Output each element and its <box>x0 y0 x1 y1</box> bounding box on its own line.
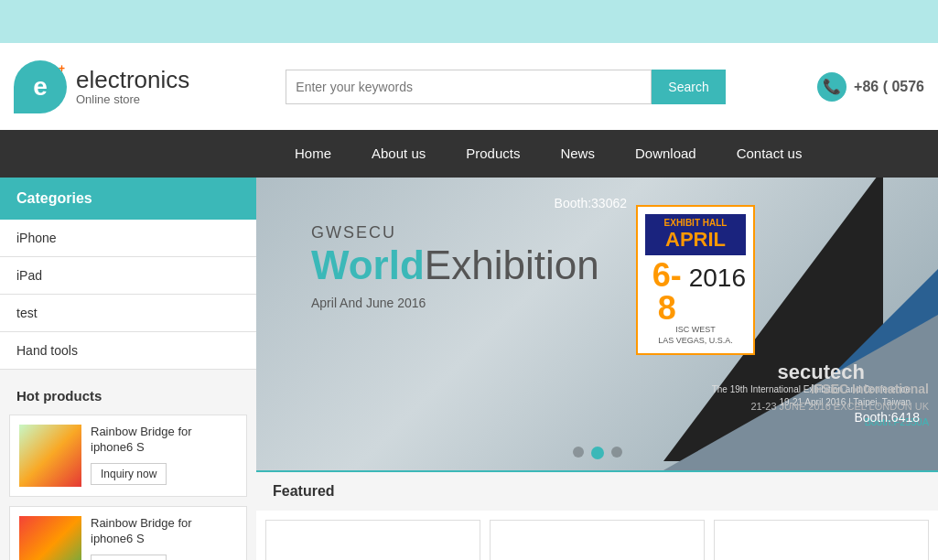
nav-contact[interactable]: Contact us <box>717 130 823 178</box>
sidebar-item-iphone[interactable]: iPhone <box>0 220 256 257</box>
featured-product-3 <box>714 520 929 560</box>
top-bar <box>0 0 938 43</box>
banner-background: GWSECU World Exhibition April And June 2… <box>256 178 938 470</box>
featured-grid <box>256 511 938 560</box>
nav-download[interactable]: Download <box>615 130 717 178</box>
featured-title: Featured <box>273 483 335 499</box>
featured-product-2 <box>490 520 705 560</box>
banner-world-label: World <box>311 242 425 288</box>
phone-icon: 📞 <box>817 72 846 102</box>
featured-bar: Featured <box>256 470 938 511</box>
slider-dots <box>573 447 622 459</box>
main-nav: Home About us Products News Download Con… <box>0 130 938 178</box>
product-info: Rainbow Bridge for iphone6 S Inquiry now <box>91 425 237 485</box>
main-content: GWSECU World Exhibition April And June 2… <box>256 178 938 560</box>
header: e electronics Online store Search 📞 +86 … <box>0 43 938 130</box>
search-area: Search <box>270 70 741 104</box>
nav-home[interactable]: Home <box>275 130 351 178</box>
nav-about[interactable]: About us <box>351 130 446 178</box>
product-thumbnail <box>19 516 81 560</box>
april-label: APRIL <box>652 228 739 252</box>
isc-year: 2016 <box>689 264 746 293</box>
list-item: Rainbow Bridge for iphone6 S Inquiry now <box>9 506 247 560</box>
logo-letter: e <box>33 72 48 102</box>
sidebar-item-test[interactable]: test <box>0 295 256 332</box>
slider-dot-1[interactable] <box>573 447 584 458</box>
categories-header: Categories <box>0 178 256 220</box>
brand-name: electronics <box>76 67 189 93</box>
banner-gwsecu: GWSECU <box>311 223 599 242</box>
isc-date: 6-8 <box>645 259 689 325</box>
logo-text: electronics Online store <box>76 67 189 107</box>
ifsec-label: IFSEC International <box>750 380 929 399</box>
slider-dot-2[interactable] <box>591 447 604 459</box>
isc-box: EXHIBIT HALL APRIL 6-8 2016 ISC WEST LAS… <box>636 205 755 355</box>
banner-exhibition-label: Exhibition <box>425 242 599 288</box>
booth-33062-label: Booth:33062 <box>555 196 627 210</box>
phone-area: 📞 +86 ( 0576 <box>741 72 924 102</box>
product-thumbnail <box>19 425 81 487</box>
banner-text-area: GWSECU World Exhibition April And June 2… <box>311 223 599 310</box>
logo-area: e electronics Online store <box>14 60 270 113</box>
nav-news[interactable]: News <box>540 130 615 178</box>
list-item: Rainbow Bridge for iphone6 S Inquiry now <box>9 415 247 497</box>
logo-icon: e <box>14 60 67 113</box>
phone-number: +86 ( 0576 <box>854 79 924 95</box>
inquiry-button[interactable]: Inquiry now <box>91 463 167 485</box>
main-layout: Categories iPhone iPad test Hand tools H… <box>0 178 938 560</box>
slider-dot-3[interactable] <box>611 447 622 458</box>
nav-products[interactable]: Products <box>446 130 540 178</box>
isc-venue: ISC WEST LAS VEGAS, U.S.A. <box>645 325 746 346</box>
search-button[interactable]: Search <box>652 70 725 104</box>
inquiry-button[interactable]: Inquiry now <box>91 555 167 560</box>
las-vegas-label: LAS VEGAS, U.S.A. <box>645 336 746 347</box>
hot-products-title: Hot products <box>9 381 247 415</box>
brand-subtitle: Online store <box>76 92 189 106</box>
search-input[interactable] <box>286 70 652 104</box>
sidebar-item-ipad[interactable]: iPad <box>0 257 256 295</box>
product-name: Rainbow Bridge for iphone6 S <box>91 425 237 456</box>
product-info: Rainbow Bridge for iphone6 S Inquiry now <box>91 516 237 560</box>
featured-product-1 <box>265 520 480 560</box>
sidebar-menu: iPhone iPad test Hand tools <box>0 220 256 370</box>
sidebar-item-hand-tools[interactable]: Hand tools <box>0 332 256 370</box>
isc-logo: EXHIBIT HALL APRIL <box>645 214 746 255</box>
exhibit-hall-label: EXHIBIT HALL <box>652 218 739 228</box>
banner: GWSECU World Exhibition April And June 2… <box>256 178 938 470</box>
banner-subtitle: April And June 2016 <box>311 296 599 310</box>
sidebar: Categories iPhone iPad test Hand tools H… <box>0 178 256 560</box>
booth-6418-label: Booth:6418 <box>854 410 920 425</box>
product-name: Rainbow Bridge for iphone6 S <box>91 516 237 547</box>
hot-products-section: Hot products Rainbow Bridge for iphone6 … <box>0 370 256 560</box>
